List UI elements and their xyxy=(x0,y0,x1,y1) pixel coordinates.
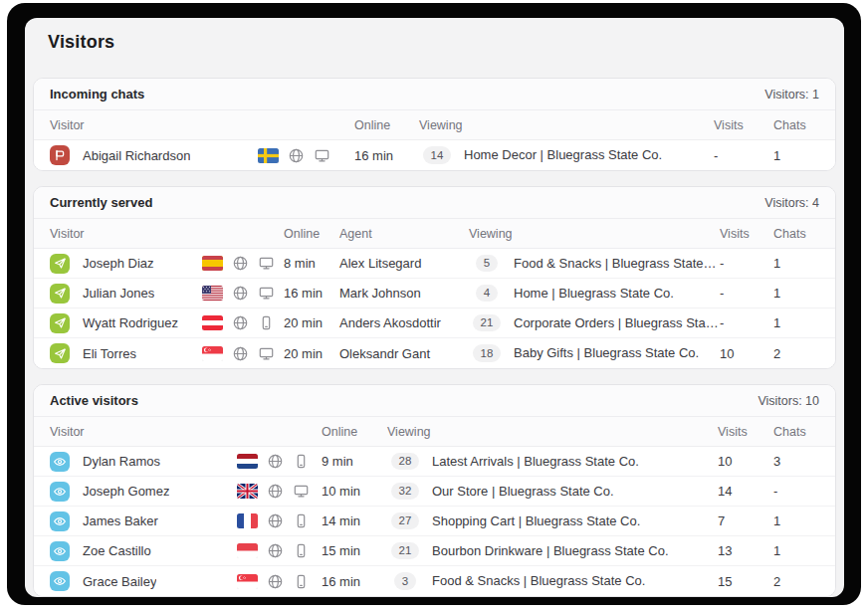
visitor-meta-icons xyxy=(202,314,284,331)
visitor-cell: Joseph Gomez xyxy=(50,482,237,502)
online-duration: 15 min xyxy=(322,543,387,558)
visitor-cell: Grace Bailey xyxy=(50,571,237,591)
column-header-visits: Visits xyxy=(718,425,773,439)
visitor-name: Zoe Castillo xyxy=(83,543,151,558)
section-visitor-count: Visitors: 10 xyxy=(758,394,819,408)
table-header-row: VisitorOnlineViewingVisitsChats xyxy=(34,417,835,447)
send-icon xyxy=(50,284,70,304)
flag-icon-france xyxy=(237,513,258,528)
online-duration: 16 min xyxy=(322,574,387,589)
globe-icon xyxy=(232,314,249,331)
mobile-icon xyxy=(293,453,310,470)
visitor-name: Joseph Gomez xyxy=(83,484,169,499)
visitor-row[interactable]: James Baker 14 min 27 Shopping Cart | Bl… xyxy=(34,507,835,536)
page-views-badge: 32 xyxy=(391,483,420,501)
viewing-cell: 18 Baby Gifts | Bluegrass State Co. xyxy=(469,344,720,362)
page-title: Visitors xyxy=(48,32,836,53)
visitor-name: Eli Torres xyxy=(83,346,136,361)
mobile-icon xyxy=(258,314,275,331)
visits-value: - xyxy=(720,286,773,301)
visitor-row[interactable]: Eli Torres 20 min Oleksandr Gant 18 Baby… xyxy=(34,338,835,368)
visitor-row[interactable]: Zoe Castillo 15 min 21 Bourbon Drinkware… xyxy=(34,536,835,566)
column-header-visitor: Visitor xyxy=(50,227,284,241)
column-header-visitor: Visitor xyxy=(50,425,322,439)
column-header-chats: Chats xyxy=(773,425,819,439)
visits-value: - xyxy=(720,256,773,271)
mobile-icon xyxy=(293,573,310,590)
flag-icon-indonesia xyxy=(237,543,258,558)
column-header-agent: Agent xyxy=(339,227,469,241)
online-duration: 20 min xyxy=(284,315,339,330)
visits-value: 7 xyxy=(718,513,773,528)
flag-icon-austria xyxy=(202,315,223,330)
flag-icon-singapore xyxy=(237,574,258,589)
page-views-badge: 5 xyxy=(476,255,498,273)
flag-icon-singapore xyxy=(202,346,223,361)
page-views-badge: 14 xyxy=(423,146,452,164)
visits-value: - xyxy=(720,315,773,330)
visitor-row[interactable]: Dylan Ramos 9 min 28 Latest Arrivals | B… xyxy=(34,447,835,477)
column-header-viewing: Viewing xyxy=(469,227,720,241)
column-header-visits: Visits xyxy=(714,118,773,132)
online-duration: 16 min xyxy=(284,286,339,301)
visitor-meta-icons xyxy=(237,483,322,500)
visitor-row[interactable]: Joseph Gomez 10 min 32 Our Store | Blueg… xyxy=(34,477,835,507)
column-header-visits: Visits xyxy=(720,227,773,241)
section-title: Currently served xyxy=(50,195,152,210)
desktop-icon xyxy=(314,147,330,164)
flag-icon-spain xyxy=(202,256,223,271)
eye-icon xyxy=(50,571,70,591)
globe-icon xyxy=(232,285,249,302)
section-header: Currently served Visitors: 4 xyxy=(34,187,835,219)
eye-icon xyxy=(50,511,70,531)
visitor-row[interactable]: Abigail Richardson 16 min 14 Home Decor … xyxy=(34,140,835,170)
visitor-name: Dylan Ramos xyxy=(83,454,160,469)
agent-name: Oleksandr Gant xyxy=(339,346,469,361)
visitor-row[interactable]: Joseph Diaz 8 min Alex Litsegard 5 Food … xyxy=(34,249,835,279)
visits-value: 10 xyxy=(718,454,773,469)
viewing-page: Food & Snacks | Bluegrass State Co. xyxy=(432,573,645,588)
viewing-page: Latest Arrivals | Bluegrass State Co. xyxy=(432,454,639,469)
section-visitor-count: Visitors: 1 xyxy=(764,88,819,102)
visitor-meta-icons xyxy=(202,285,284,302)
section-visitor-count: Visitors: 4 xyxy=(764,196,819,210)
visitor-row[interactable]: Julian Jones 16 min Mark Johnson 4 Home … xyxy=(34,279,835,308)
table-body: Dylan Ramos 9 min 28 Latest Arrivals | B… xyxy=(34,447,835,596)
desktop-icon xyxy=(258,255,275,272)
flag-icon-united-kingdom xyxy=(237,484,258,499)
flag-icon-sweden xyxy=(258,148,279,163)
viewing-cell: 27 Shopping Cart | Bluegrass State Co. xyxy=(387,512,718,530)
visitor-row[interactable]: Grace Bailey 16 min 3 Food & Snacks | Bl… xyxy=(34,566,835,596)
send-icon xyxy=(50,343,70,363)
chat-flag-icon xyxy=(50,145,70,165)
viewing-page: Home | Bluegrass State Co. xyxy=(514,286,674,301)
column-header-chats: Chats xyxy=(773,118,819,132)
visitor-name: James Baker xyxy=(83,513,158,528)
page-views-badge: 27 xyxy=(391,512,420,530)
desktop-icon xyxy=(258,345,275,362)
viewing-cell: 21 Bourbon Drinkware | Bluegrass State C… xyxy=(387,542,718,560)
section-active: Active visitors Visitors: 10 VisitorOnli… xyxy=(33,384,836,597)
table-body: Abigail Richardson 16 min 14 Home Decor … xyxy=(34,140,835,170)
visitor-meta-icons xyxy=(237,453,322,470)
viewing-cell: 5 Food & Snacks | Bluegrass State Co. xyxy=(469,255,720,273)
agent-name: Mark Johnson xyxy=(339,286,469,301)
column-header-online: Online xyxy=(354,118,419,132)
visits-value: 13 xyxy=(718,543,773,558)
online-duration: 20 min xyxy=(284,346,339,361)
globe-icon xyxy=(288,147,305,164)
send-icon xyxy=(50,313,70,333)
online-duration: 10 min xyxy=(322,484,387,499)
visitor-row[interactable]: Wyatt Rodriguez 20 min Anders Akosdottir… xyxy=(34,308,835,338)
chats-value: 2 xyxy=(773,346,819,361)
viewing-cell: 28 Latest Arrivals | Bluegrass State Co. xyxy=(387,453,718,471)
flag-icon-united-states xyxy=(202,286,223,301)
visits-value: 14 xyxy=(718,484,773,499)
desktop-icon xyxy=(293,483,310,500)
chats-value: - xyxy=(773,484,819,499)
online-duration: 8 min xyxy=(284,256,339,271)
online-duration: 16 min xyxy=(354,148,419,163)
viewing-page: Bourbon Drinkware | Bluegrass State Co. xyxy=(432,543,669,558)
send-icon xyxy=(50,254,70,274)
eye-icon xyxy=(50,482,70,502)
